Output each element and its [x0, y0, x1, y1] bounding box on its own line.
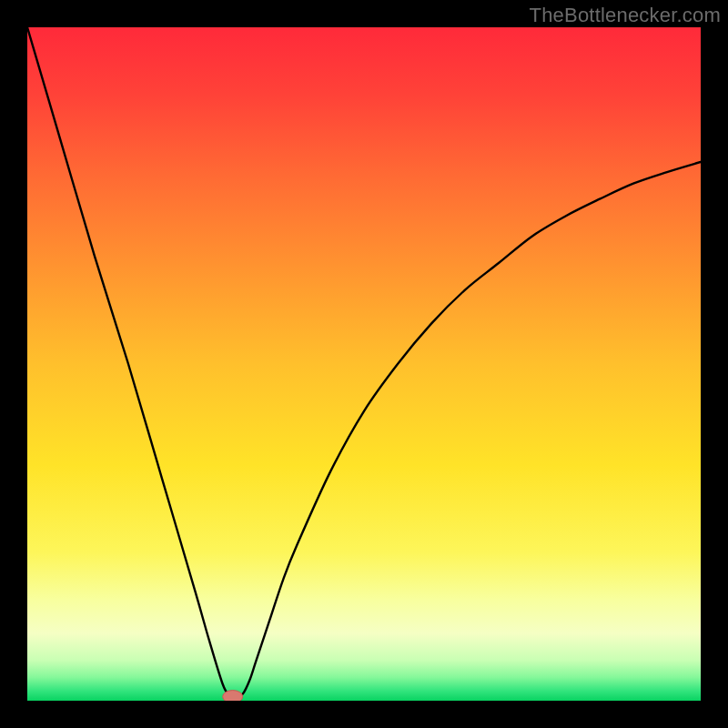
plot-area — [27, 27, 701, 701]
chart-svg — [27, 27, 701, 701]
optimal-marker — [223, 691, 243, 701]
watermark-text: TheBottlenecker.com — [530, 4, 721, 27]
chart-frame: TheBottlenecker.com — [0, 0, 728, 728]
